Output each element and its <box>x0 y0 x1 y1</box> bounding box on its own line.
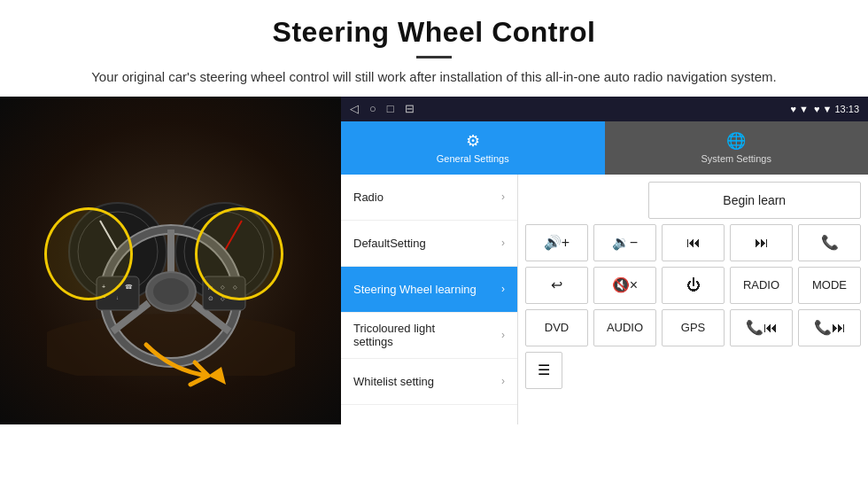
menu-steering-label: Steering Wheel learning <box>353 283 477 296</box>
next-track-button[interactable]: ⏭ <box>730 224 793 261</box>
menu-list: Radio › DefaultSetting › Steering Wheel … <box>341 175 518 424</box>
status-bar: ◁ ○ □ ⊟ ♥ ▼ ♥ ▼ 13:13 <box>341 97 868 121</box>
volume-up-button[interactable]: 🔊+ <box>525 224 588 261</box>
page-title: Steering Wheel Control <box>35 16 833 49</box>
volume-up-icon: 🔊+ <box>544 234 570 251</box>
phone-button[interactable]: 📞 <box>798 224 861 261</box>
mode-label: MODE <box>812 278 847 292</box>
list-icon: ☰ <box>538 362 550 378</box>
menu-item-default[interactable]: DefaultSetting › <box>341 221 517 267</box>
highlight-circle-right <box>195 207 283 300</box>
radio-label: RADIO <box>743 278 779 292</box>
mode-button[interactable]: MODE <box>798 267 861 304</box>
highlight-circle-left <box>44 207 133 300</box>
nav-back[interactable]: ◁ <box>350 102 359 115</box>
page-wrapper: Steering Wheel Control Your original car… <box>0 0 868 424</box>
control-row-4: ☰ <box>525 352 861 389</box>
clock: ♥ ▼ 13:13 <box>814 104 859 114</box>
tel-prev-icon: 📞⏮ <box>746 319 778 336</box>
header-divider <box>416 56 452 58</box>
nav-tabs: ⚙ General Settings 🌐 System Settings <box>341 121 868 175</box>
prev-track-icon: ⏮ <box>686 235 701 251</box>
mute-icon: 🔇× <box>612 276 638 293</box>
begin-learn-label: Begin learn <box>723 193 786 207</box>
power-icon: ⏻ <box>686 277 701 293</box>
svg-text:↓: ↓ <box>116 295 119 300</box>
begin-learn-row: Begin learn <box>525 182 861 219</box>
radio-button[interactable]: RADIO <box>730 267 793 304</box>
menu-item-tricoloured[interactable]: Tricoloured lightsettings › <box>341 313 517 359</box>
general-settings-icon: ⚙ <box>466 131 480 151</box>
svg-text:⊙: ⊙ <box>208 295 213 301</box>
chevron-icon: › <box>501 283 505 295</box>
menu-item-radio[interactable]: Radio › <box>341 175 517 221</box>
content-row: + − ↑ ↓ ☎ ▷ ◇ ◇ ⊙ ◇ <box>0 97 868 424</box>
hangup-icon: ↩ <box>551 276 562 293</box>
menu-tricoloured-label: Tricoloured lightsettings <box>353 322 435 348</box>
list-icon-button[interactable]: ☰ <box>525 352 562 389</box>
control-row-2: ↩ 🔇× ⏻ RADIO MODE <box>525 267 861 304</box>
main-area: Radio › DefaultSetting › Steering Wheel … <box>341 175 868 424</box>
audio-button[interactable]: AUDIO <box>593 309 656 346</box>
tel-next-icon: 📞⏭ <box>814 319 846 336</box>
chevron-icon: › <box>501 375 505 387</box>
status-bar-right: ♥ ▼ ♥ ▼ 13:13 <box>790 104 859 114</box>
tab-system[interactable]: 🌐 System Settings <box>605 121 869 175</box>
page-subtitle: Your original car's steering wheel contr… <box>35 67 833 88</box>
svg-marker-26 <box>208 367 226 385</box>
tab-system-label: System Settings <box>701 153 771 164</box>
chevron-icon: › <box>501 237 505 249</box>
tab-general[interactable]: ⚙ General Settings <box>341 121 605 175</box>
phone-icon: 📞 <box>821 234 839 251</box>
chevron-icon: › <box>501 191 505 203</box>
car-image-bg: + − ↑ ↓ ☎ ▷ ◇ ◇ ⊙ ◇ <box>0 97 341 424</box>
page-header: Steering Wheel Control Your original car… <box>0 0 868 97</box>
tab-general-label: General Settings <box>437 153 509 164</box>
car-image-container: + − ↑ ↓ ☎ ▷ ◇ ◇ ⊙ ◇ <box>0 97 341 424</box>
tel-prev-button[interactable]: 📞⏮ <box>730 309 793 346</box>
dvd-label: DVD <box>545 321 569 334</box>
status-bar-left: ◁ ○ □ ⊟ <box>350 102 415 115</box>
mute-button[interactable]: 🔇× <box>593 267 656 304</box>
next-track-icon: ⏭ <box>755 235 769 251</box>
arrow-overlay <box>137 318 261 398</box>
gps-label: GPS <box>681 321 705 334</box>
volume-down-button[interactable]: 🔉− <box>593 224 656 261</box>
control-row-3: DVD AUDIO GPS 📞⏮ 📞⏭ <box>525 309 861 346</box>
volume-down-icon: 🔉− <box>612 234 638 251</box>
menu-radio-label: Radio <box>353 191 384 204</box>
menu-whitelist-label: Whitelist setting <box>353 375 434 388</box>
menu-item-whitelist[interactable]: Whitelist setting › <box>341 359 517 405</box>
hangup-button[interactable]: ↩ <box>525 267 588 304</box>
prev-track-button[interactable]: ⏮ <box>662 224 725 261</box>
menu-item-steering[interactable]: Steering Wheel learning › <box>341 267 517 313</box>
svg-point-13 <box>153 278 189 305</box>
tel-next-button[interactable]: 📞⏭ <box>798 309 861 346</box>
nav-menu[interactable]: ⊟ <box>405 102 415 115</box>
android-ui: ◁ ○ □ ⊟ ♥ ▼ ♥ ▼ 13:13 ⚙ General Settings… <box>341 97 868 424</box>
audio-label: AUDIO <box>607 321 643 334</box>
begin-learn-button[interactable]: Begin learn <box>648 182 862 219</box>
power-button[interactable]: ⏻ <box>662 267 725 304</box>
nav-home[interactable]: ○ <box>369 102 376 115</box>
dvd-button[interactable]: DVD <box>525 309 588 346</box>
status-icons: ♥ ▼ <box>790 104 808 114</box>
gps-button[interactable]: GPS <box>662 309 725 346</box>
menu-default-label: DefaultSetting <box>353 237 426 250</box>
control-panel: Begin learn 🔊+ 🔉− ⏮ <box>518 175 868 424</box>
svg-text:☎: ☎ <box>125 284 133 290</box>
control-row-1: 🔊+ 🔉− ⏮ ⏭ 📞 <box>525 224 861 261</box>
nav-recents[interactable]: □ <box>387 102 394 115</box>
system-settings-icon: 🌐 <box>726 131 746 151</box>
chevron-icon: › <box>501 329 505 341</box>
